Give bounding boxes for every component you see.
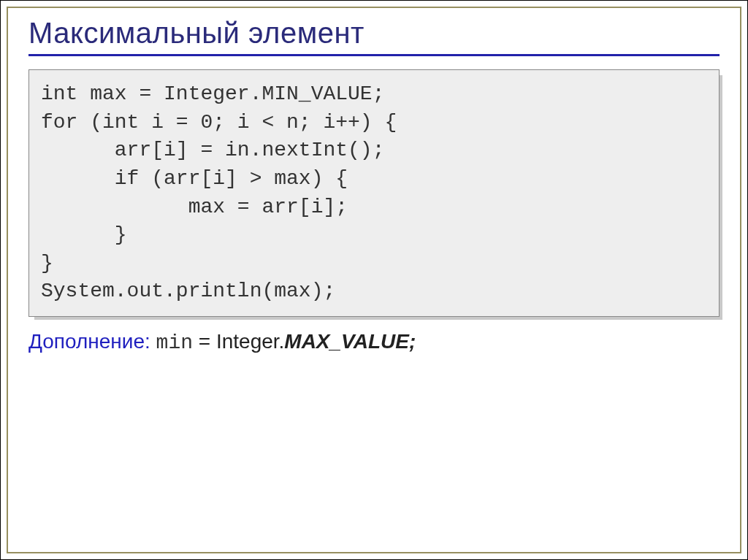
note-equals: = <box>199 330 216 353</box>
codeblock-wrap: int max = Integer.MIN_VALUE; for (int i … <box>28 69 720 317</box>
slide-title: Максимальный элемент <box>28 17 720 56</box>
note-bolditalic: MAX_VALUE; <box>284 330 416 353</box>
slide-inner-frame: Максимальный элемент int max = Integer.M… <box>7 7 741 553</box>
note-line: Дополнение: min = Integer.MAX_VALUE; <box>28 330 720 354</box>
code-text: int max = Integer.MIN_VALUE; for (int i … <box>41 80 707 306</box>
codeblock: int max = Integer.MIN_VALUE; for (int i … <box>28 69 720 317</box>
note-serif-text: Integer. <box>216 330 284 353</box>
note-label: Дополнение: <box>28 330 150 353</box>
note-code-prefix: min <box>156 331 193 354</box>
slide: Максимальный элемент int max = Integer.M… <box>0 0 748 560</box>
